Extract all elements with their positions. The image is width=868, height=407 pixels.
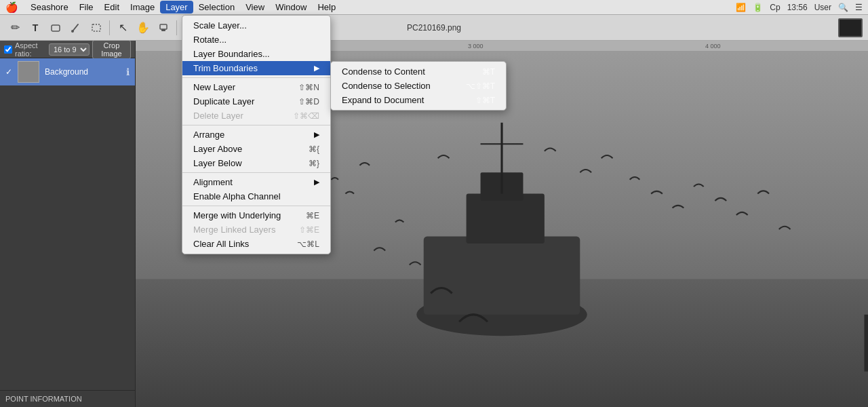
aspect-ratio-label: Aspect ratio:: [15, 41, 46, 58]
aspect-ratio-select[interactable]: 16 to 9 4 to 3 1 to 1: [49, 43, 90, 56]
svg-rect-10: [467, 194, 545, 244]
menu-layer-below[interactable]: Layer Below ⌘}: [182, 156, 330, 170]
crop-image-btn[interactable]: Crop Image: [92, 40, 131, 59]
brush-tool-btn[interactable]: [66, 18, 85, 37]
arrange-arrow: ▶: [314, 130, 319, 139]
merge-underlying-shortcut: ⌘E: [306, 211, 319, 220]
duplicate-layer-shortcut: ⇧⌘D: [298, 97, 319, 106]
menubar-selection[interactable]: Selection: [193, 1, 240, 14]
menubar-layer[interactable]: Layer: [160, 1, 193, 14]
menubar-edit[interactable]: Edit: [99, 1, 125, 14]
menu-alignment[interactable]: Alignment ▶: [182, 175, 330, 189]
aspect-ratio-bar: Aspect ratio: 16 to 9 4 to 3 1 to 1 Crop…: [0, 41, 135, 58]
enable-alpha-label: Enable Alpha Channel: [193, 191, 281, 201]
new-layer-shortcut: ⇧⌘N: [298, 83, 319, 92]
merge-underlying-label: Merge with Underlying: [193, 210, 281, 220]
left-panel: Aspect ratio: 16 to 9 4 to 3 1 to 1 Crop…: [0, 41, 136, 407]
color-swatch[interactable]: [838, 18, 863, 37]
ruler-mark-3000: 3 000: [468, 43, 484, 50]
toolbar: PC210169.png ✏ T ↖ ✋ 🔍 ✛: [0, 15, 868, 41]
condense-content-label: Condense to Content: [342, 66, 425, 77]
new-layer-label: New Layer: [193, 82, 235, 92]
menu-sep-2: [182, 125, 330, 125]
menubar-help[interactable]: Help: [312, 1, 341, 14]
delete-layer-shortcut: ⇧⌘⌫: [293, 111, 319, 121]
svg-rect-2: [92, 24, 100, 31]
menu-trim-boundaries-label: Trim Boundaries: [193, 63, 258, 73]
menu-clear-links[interactable]: Clear All Links ⌥⌘L: [182, 237, 330, 251]
duplicate-layer-label: Duplicate Layer: [193, 96, 254, 106]
pointer-tool-btn[interactable]: ↖: [113, 18, 132, 37]
svg-rect-0: [52, 25, 60, 31]
menu-rotate-label: Rotate...: [193, 35, 226, 45]
menubar-view[interactable]: View: [240, 1, 270, 14]
menu-sep-1: [182, 77, 330, 78]
menu-layer-boundaries[interactable]: Layer Boundaries...: [182, 47, 330, 61]
alignment-arrow: ▶: [314, 178, 319, 187]
menubar-image[interactable]: Image: [125, 1, 160, 14]
svg-rect-15: [864, 315, 868, 372]
menu-delete-layer: Delete Layer ⇧⌘⌫: [182, 109, 330, 123]
menubar-app-name[interactable]: Seashore: [25, 1, 74, 14]
stamp-tool-btn[interactable]: [154, 18, 173, 37]
menu-sep-3: [182, 172, 330, 173]
layer-menu: Scale Layer... Rotate... Layer Boundarie…: [182, 15, 331, 254]
layer-thumbnail: [18, 61, 39, 83]
condense-content-shortcut: ⌘T: [482, 67, 495, 77]
trim-boundaries-submenu: Condense to Content ⌘T Condense to Selec…: [330, 61, 507, 111]
list-icon[interactable]: ☰: [855, 3, 863, 12]
merge-linked-shortcut: ⇧⌘E: [299, 225, 319, 235]
aspect-ratio-checkbox[interactable]: [4, 45, 12, 54]
menu-enable-alpha[interactable]: Enable Alpha Channel: [182, 189, 330, 204]
layer-visible-check[interactable]: ✓: [5, 67, 12, 77]
arrange-label: Arrange: [193, 130, 224, 140]
menu-new-layer[interactable]: New Layer ⇧⌘N: [182, 80, 330, 94]
trim-submenu-arrow: ▶: [314, 64, 319, 73]
menubar-window[interactable]: Window: [270, 1, 312, 14]
menu-layer-above[interactable]: Layer Above ⌘{: [182, 142, 330, 156]
rect-select-tool-btn[interactable]: [87, 18, 106, 37]
layer-below-shortcut: ⌘}: [309, 159, 319, 168]
menu-expand-document[interactable]: Expand to Document ⇧⌘T: [331, 93, 506, 107]
menu-layer-boundaries-label: Layer Boundaries...: [193, 49, 270, 59]
search-icon[interactable]: 🔍: [838, 3, 848, 12]
merge-linked-label: Merge Linked Layers: [193, 225, 275, 235]
clear-links-shortcut: ⌥⌘L: [297, 239, 319, 249]
hand-tool-btn[interactable]: ✋: [134, 18, 153, 37]
menu-trim-boundaries[interactable]: Trim Boundaries ▶ Condense to Content ⌘T…: [182, 61, 330, 75]
menu-sep-4: [182, 206, 330, 206]
menu-duplicate-layer[interactable]: Duplicate Layer ⇧⌘D: [182, 94, 330, 109]
apple-menu[interactable]: 🍎: [5, 1, 18, 14]
cp-label: Cp: [770, 3, 780, 12]
point-information-label: POINT INFORMATION: [0, 390, 135, 407]
condense-selection-label: Condense to Selection: [342, 81, 431, 91]
condense-selection-shortcut: ⌥⇧⌘T: [466, 81, 495, 91]
svg-rect-9: [424, 236, 580, 314]
layer-above-shortcut: ⌘{: [309, 144, 319, 154]
menubar-file[interactable]: File: [74, 1, 99, 14]
menubar-right: 📶 🔋 Cp 13:56 User 🔍 ☰: [736, 3, 863, 12]
shape-tool-btn[interactable]: [46, 18, 65, 37]
svg-point-1: [71, 30, 74, 33]
menu-rotate[interactable]: Rotate...: [182, 33, 330, 47]
user-label: User: [814, 3, 831, 12]
text-tool-btn[interactable]: T: [26, 18, 45, 37]
wifi-icon: 📶: [736, 3, 746, 12]
layer-name: Background: [45, 67, 88, 77]
menu-scale-layer-label: Scale Layer...: [193, 20, 247, 31]
menu-scale-layer[interactable]: Scale Layer...: [182, 18, 330, 33]
menu-condense-selection[interactable]: Condense to Selection ⌥⇧⌘T: [331, 79, 506, 93]
pencil-tool-btn[interactable]: ✏: [5, 18, 24, 37]
layer-info-icon[interactable]: ℹ: [126, 66, 130, 77]
menu-merge-linked: Merge Linked Layers ⇧⌘E: [182, 222, 330, 237]
battery-icon: 🔋: [753, 3, 763, 12]
svg-rect-4: [161, 29, 165, 31]
document-title: PC210169.png: [407, 23, 461, 33]
layer-background-item[interactable]: ✓ Background ℹ: [0, 58, 135, 85]
menu-arrange[interactable]: Arrange ▶: [182, 128, 330, 142]
expand-document-shortcut: ⇧⌘T: [475, 96, 495, 105]
menu-condense-content[interactable]: Condense to Content ⌘T: [331, 64, 506, 79]
menu-merge-underlying[interactable]: Merge with Underlying ⌘E: [182, 208, 330, 222]
menubar: 🍎 Seashore File Edit Image Layer Selecti…: [0, 0, 868, 15]
svg-rect-3: [160, 24, 167, 29]
